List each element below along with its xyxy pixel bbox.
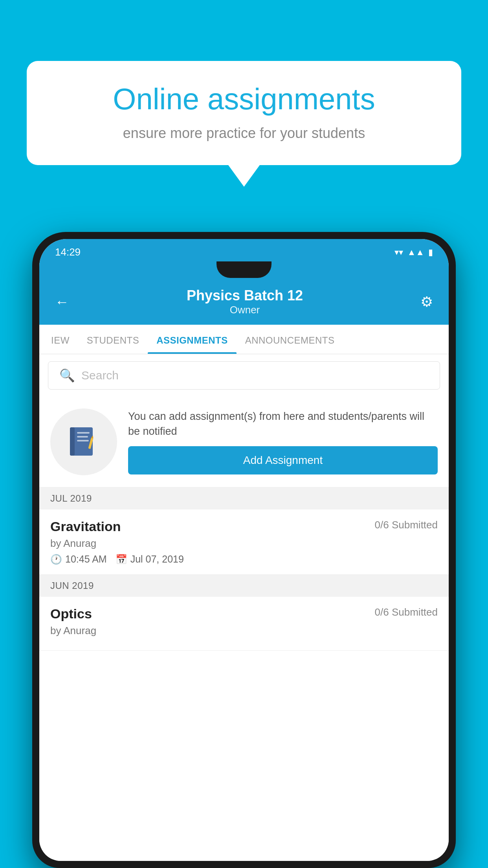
- promo-description: You can add assignment(s) from here and …: [128, 409, 438, 439]
- section-header-jun: JUN 2019: [39, 575, 449, 597]
- meta-time: 🕐 10:45 AM: [50, 554, 107, 565]
- battery-icon: ▮: [428, 247, 433, 257]
- svg-rect-2: [77, 432, 90, 434]
- search-container: 🔍 Search: [39, 354, 449, 397]
- assignment-name-optics: Optics: [50, 606, 92, 622]
- camera-notch: [216, 261, 272, 278]
- add-assignment-button[interactable]: Add Assignment: [128, 446, 438, 474]
- header-title-group: Physics Batch 12 Owner: [187, 287, 303, 316]
- signal-icon: ▲▲: [407, 247, 424, 257]
- speech-bubble-arrow: [228, 165, 260, 187]
- assignment-submitted-optics: 0/6 Submitted: [375, 606, 438, 618]
- app-header: ← Physics Batch 12 Owner ⚙: [39, 280, 449, 325]
- status-bar: 14:29 ▾▾ ▲▲ ▮: [39, 239, 449, 261]
- assignment-item-optics[interactable]: Optics 0/6 Submitted by Anurag: [39, 597, 449, 651]
- assignment-by: by Anurag: [50, 537, 438, 550]
- phone-screen: 14:29 ▾▾ ▲▲ ▮ ← Physics Batch 12 Owner ⚙…: [39, 239, 449, 861]
- promo-content: You can add assignment(s) from here and …: [128, 409, 438, 474]
- search-icon: 🔍: [59, 368, 75, 383]
- settings-button[interactable]: ⚙: [420, 294, 433, 310]
- notebook-icon: [66, 424, 101, 460]
- tab-students[interactable]: STUDENTS: [78, 325, 148, 354]
- assignment-row1: Gravitation 0/6 Submitted: [50, 519, 438, 534]
- svg-rect-3: [77, 436, 88, 438]
- assignment-submitted: 0/6 Submitted: [375, 519, 438, 531]
- date-value: Jul 07, 2019: [130, 554, 184, 565]
- calendar-icon: 📅: [116, 554, 127, 565]
- status-icons: ▾▾ ▲▲ ▮: [394, 247, 433, 257]
- clock-icon: 🕐: [50, 554, 62, 565]
- assignment-row1-optics: Optics 0/6 Submitted: [50, 606, 438, 622]
- search-placeholder: Search: [81, 369, 119, 382]
- promo-icon-circle: [50, 408, 117, 475]
- content-area: 🔍 Search: [39, 354, 449, 861]
- batch-role: Owner: [187, 304, 303, 316]
- tab-iew[interactable]: IEW: [42, 325, 78, 354]
- wifi-icon: ▾▾: [394, 247, 403, 257]
- promo-subtitle: ensure more practice for your students: [54, 125, 434, 142]
- assignment-by-optics: by Anurag: [50, 625, 438, 637]
- assignment-item-gravitation[interactable]: Gravitation 0/6 Submitted by Anurag 🕐 10…: [39, 509, 449, 575]
- phone-shell: 14:29 ▾▾ ▲▲ ▮ ← Physics Batch 12 Owner ⚙…: [32, 232, 456, 868]
- promo-card: Online assignments ensure more practice …: [27, 61, 461, 187]
- assignment-meta: 🕐 10:45 AM 📅 Jul 07, 2019: [50, 554, 438, 565]
- search-bar[interactable]: 🔍 Search: [48, 361, 440, 390]
- svg-rect-4: [77, 440, 89, 441]
- svg-rect-1: [70, 427, 75, 456]
- section-header-jul: JUL 2019: [39, 487, 449, 509]
- back-button[interactable]: ←: [55, 294, 69, 310]
- batch-title: Physics Batch 12: [187, 287, 303, 304]
- promo-title: Online assignments: [54, 83, 434, 116]
- tab-announcements[interactable]: ANNOUNCEMENTS: [237, 325, 343, 354]
- meta-date: 📅 Jul 07, 2019: [116, 554, 184, 565]
- notch-area: [39, 261, 449, 280]
- time-value: 10:45 AM: [65, 554, 107, 565]
- promo-section: You can add assignment(s) from here and …: [39, 397, 449, 487]
- tab-assignments[interactable]: ASSIGNMENTS: [148, 325, 237, 354]
- tabs-bar: IEW STUDENTS ASSIGNMENTS ANNOUNCEMENTS: [39, 325, 449, 354]
- status-time: 14:29: [55, 246, 81, 258]
- speech-bubble: Online assignments ensure more practice …: [27, 61, 461, 165]
- assignment-name: Gravitation: [50, 519, 121, 534]
